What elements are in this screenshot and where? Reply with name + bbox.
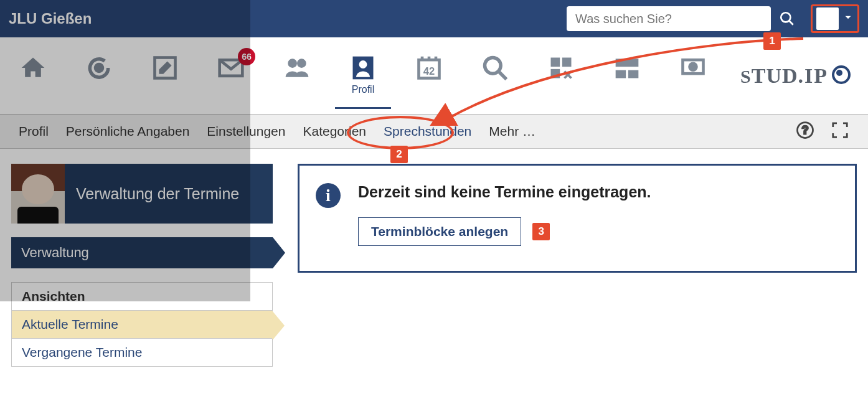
svg-point-10	[485, 57, 501, 73]
help-icon[interactable]: ?	[796, 121, 814, 143]
search-button[interactable]	[775, 6, 800, 31]
studip-logo: STUD.IP	[740, 64, 851, 88]
chevron-down-icon	[842, 12, 854, 26]
create-blocks-button[interactable]: Terminblöcke anlegen	[358, 217, 521, 246]
main-area: Verwaltung der Termine Verwaltung Ansich…	[0, 149, 868, 382]
profile-photo	[11, 164, 65, 224]
sidebar: Verwaltung der Termine Verwaltung Ansich…	[11, 164, 273, 367]
svg-rect-13	[562, 57, 572, 67]
svg-point-5	[297, 59, 306, 68]
nav-calendar[interactable]: 42	[413, 54, 445, 98]
search-input[interactable]	[567, 6, 771, 31]
svg-text:?: ?	[802, 124, 809, 136]
sidebar-header-title: Verwaltung der Termine	[65, 185, 273, 203]
nav-home[interactable]	[17, 54, 49, 98]
subnav: Profil Persönliche Angaben Einstellungen…	[0, 115, 868, 149]
iconbar: 66 Profil 42 STUD.IP	[0, 37, 868, 115]
sidebar-group-header-verwaltung: Verwaltung	[11, 237, 273, 268]
sidebar-header: Verwaltung der Termine	[11, 164, 273, 224]
sidebar-group-ansichten: Ansichten Aktuelle Termine Vergangene Te…	[11, 282, 273, 367]
info-title: Derzeit sind keine Termine eingetragen.	[358, 183, 839, 201]
svg-point-19	[690, 63, 697, 70]
sidebar-group-header-ansichten: Ansichten	[11, 282, 273, 311]
svg-line-11	[499, 71, 507, 79]
annotation-badge-3: 3	[532, 223, 550, 240]
nav-tools[interactable]	[545, 54, 577, 98]
mail-badge: 66	[238, 48, 255, 65]
info-icon: i	[316, 183, 341, 208]
nav-community[interactable]	[281, 54, 313, 98]
sidebar-group-verwaltung: Verwaltung	[11, 237, 273, 268]
annotation-badge-2: 2	[390, 146, 408, 163]
subnav-profil[interactable]: Profil	[19, 124, 49, 139]
svg-rect-14	[551, 68, 560, 78]
fullscreen-icon[interactable]	[831, 121, 849, 143]
avatar	[816, 7, 839, 30]
nav-blackboard[interactable]	[677, 54, 709, 98]
subnav-kategorien[interactable]: Kategorien	[303, 124, 366, 139]
annotation-badge-1: 1	[763, 32, 781, 50]
svg-text:42: 42	[423, 65, 435, 77]
svg-point-4	[288, 59, 297, 68]
sidebar-item-vergangene-termine[interactable]: Vergangene Termine	[11, 339, 273, 367]
search-area	[567, 6, 800, 31]
content: i Derzeit sind keine Termine eingetragen…	[298, 164, 857, 273]
svg-rect-16	[616, 70, 626, 78]
svg-point-0	[781, 12, 790, 22]
subnav-sprechstunden[interactable]: Sprechstunden	[384, 124, 471, 139]
svg-line-1	[789, 21, 793, 25]
subnav-persoenliche-angaben[interactable]: Persönliche Angaben	[66, 124, 190, 139]
svg-point-7	[359, 60, 367, 68]
nav-profile[interactable]: Profil	[347, 54, 379, 98]
topbar: JLU Gießen	[0, 0, 868, 37]
logo-ring-icon	[832, 65, 851, 84]
nav-feed[interactable]	[611, 54, 643, 98]
svg-point-2	[96, 64, 103, 71]
nav-edit[interactable]	[149, 54, 181, 98]
nav-swirl[interactable]	[83, 54, 115, 98]
subnav-mehr[interactable]: Mehr …	[489, 124, 535, 139]
info-box: i Derzeit sind keine Termine eingetragen…	[298, 164, 857, 273]
nav-mail[interactable]: 66	[215, 54, 247, 98]
nav-profile-label: Profil	[352, 84, 374, 95]
svg-rect-12	[551, 57, 560, 67]
brand-title: JLU Gießen	[9, 10, 92, 27]
subnav-einstellungen[interactable]: Einstellungen	[207, 124, 285, 139]
svg-rect-17	[628, 70, 639, 78]
sidebar-item-aktuelle-termine[interactable]: Aktuelle Termine	[11, 311, 273, 339]
svg-rect-15	[616, 59, 639, 67]
user-menu[interactable]	[811, 4, 859, 33]
nav-search[interactable]	[479, 54, 511, 98]
